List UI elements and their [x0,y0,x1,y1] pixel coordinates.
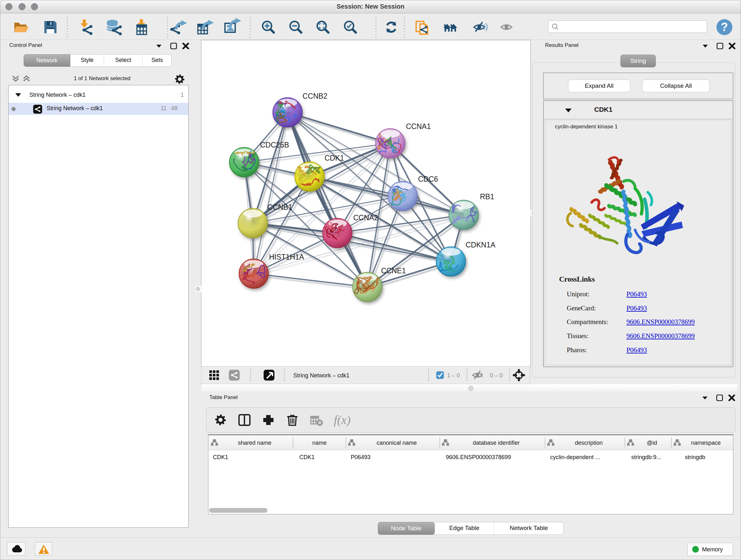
svg-text:RB1: RB1 [480,192,494,201]
svg-text:CDC25B: CDC25B [260,141,289,149]
svg-text:canonical name: canonical name [377,440,417,446]
svg-text:CCNB2: CCNB2 [302,92,327,100]
svg-text:shared name: shared name [238,440,271,446]
svg-text:1 – 0: 1 – 0 [447,372,460,379]
svg-text:String Network – cdk1: String Network – cdk1 [293,372,349,379]
svg-text:namespace: namespace [691,440,721,446]
svg-text:CCNE1: CCNE1 [381,266,406,275]
svg-text:0 – 0: 0 – 0 [490,372,502,379]
svg-text:database identifier: database identifier [473,440,520,446]
svg-text:HIST1H1A: HIST1H1A [269,253,305,261]
svg-text:name: name [312,440,327,446]
svg-text:CDK1: CDK1 [325,154,344,162]
svg-text:?: ? [721,20,728,34]
svg-text:CDKN1A: CDKN1A [466,241,495,249]
svg-text:CCNA2: CCNA2 [353,213,378,222]
svg-text:CDC6: CDC6 [418,175,438,183]
svg-text:CCNB1: CCNB1 [267,203,292,211]
svg-text:f(x): f(x) [334,413,351,427]
svg-text:CCNA1: CCNA1 [406,122,431,131]
svg-text:description: description [575,440,603,446]
svg-text:@id: @id [647,440,657,446]
